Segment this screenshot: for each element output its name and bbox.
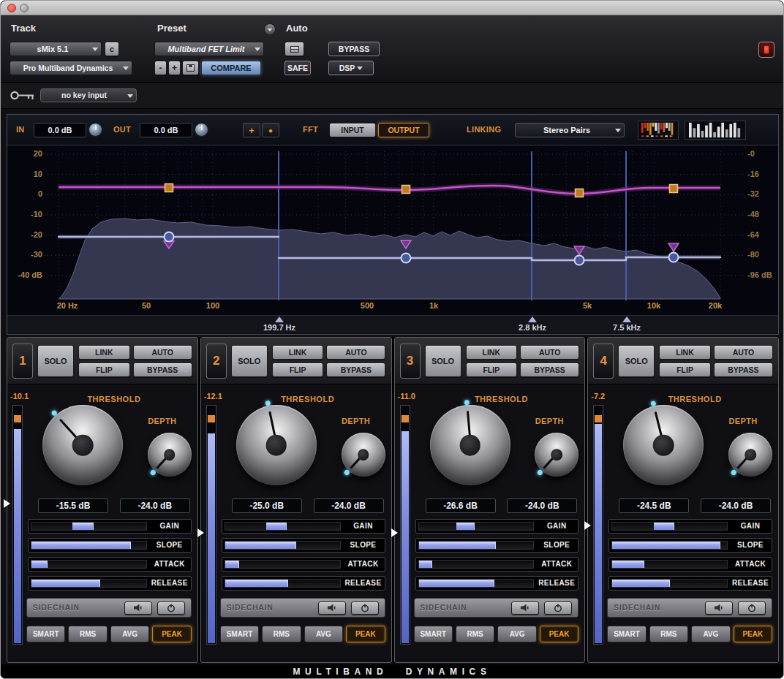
release-slider[interactable]: RELEASE <box>608 576 772 591</box>
depth-knob[interactable] <box>148 433 192 477</box>
mode-smart-button[interactable]: SMART <box>607 626 646 642</box>
flip-button[interactable]: FLIP <box>466 363 518 377</box>
link-button[interactable]: LINK <box>272 345 324 360</box>
track-selector[interactable]: sMix 5.1 <box>10 42 102 56</box>
mode-peak-button[interactable]: PEAK <box>346 626 385 642</box>
preset-selector[interactable]: Multiband FET Limit <box>154 42 264 56</box>
close-icon[interactable] <box>7 4 16 12</box>
dsp-selector[interactable]: DSP <box>328 61 374 75</box>
threshold-value[interactable]: -25.0 dB <box>232 498 302 513</box>
gain-slider[interactable]: GAIN <box>28 519 192 534</box>
band1-threshold-handle[interactable] <box>165 232 174 242</box>
sidechain-listen-button[interactable] <box>511 602 539 615</box>
crossover-handle-icon[interactable] <box>275 316 284 322</box>
mode-avg-button[interactable]: AVG <box>497 626 536 642</box>
link-button[interactable]: LINK <box>78 345 130 360</box>
link-button[interactable]: LINK <box>659 345 711 360</box>
attack-slider[interactable]: ATTACK <box>415 557 579 572</box>
solo-button[interactable]: SOLO <box>618 345 655 377</box>
threshold-knob[interactable] <box>236 405 317 485</box>
mode-smart-button[interactable]: SMART <box>220 626 259 642</box>
solo-button[interactable]: SOLO <box>231 345 268 377</box>
release-slider[interactable]: RELEASE <box>28 576 192 591</box>
band-bypass-button[interactable]: BYPASS <box>133 363 192 377</box>
band4-threshold-handle[interactable] <box>669 253 679 262</box>
band3-gain-handle[interactable] <box>576 189 584 197</box>
threshold-arrow[interactable] <box>391 528 398 537</box>
threshold-knob[interactable] <box>42 405 123 485</box>
channel-button[interactable]: c <box>105 42 119 56</box>
threshold-arrow[interactable] <box>4 499 10 508</box>
mode-rms-button[interactable]: RMS <box>649 626 688 642</box>
link-button[interactable]: LINK <box>466 345 518 360</box>
next-preset-button[interactable]: + <box>168 61 181 75</box>
crossover-handle-icon[interactable] <box>528 316 537 322</box>
depth-knob[interactable] <box>535 433 578 477</box>
automation-enable-button[interactable] <box>284 42 304 56</box>
flip-button[interactable]: FLIP <box>78 363 130 377</box>
release-slider[interactable]: RELEASE <box>222 576 385 591</box>
slope-slider[interactable]: SLOPE <box>222 538 385 553</box>
threshold-knob[interactable] <box>430 405 510 485</box>
sidechain-listen-button[interactable] <box>124 602 152 615</box>
auto-button[interactable]: AUTO <box>326 345 385 360</box>
solo-button[interactable]: SOLO <box>425 345 461 377</box>
attack-slider[interactable]: ATTACK <box>222 557 385 572</box>
sidechain-listen-button[interactable] <box>318 602 346 615</box>
depth-value[interactable]: -24.0 dB <box>314 498 384 513</box>
sidechain-listen-button[interactable] <box>705 602 733 615</box>
auto-button[interactable]: AUTO <box>520 345 579 360</box>
threshold-value[interactable]: -26.6 dB <box>426 498 496 513</box>
plus-toggle-button[interactable]: + <box>243 123 260 137</box>
fft-output-button[interactable]: OUTPUT <box>378 123 429 137</box>
band1-gain-handle[interactable] <box>165 184 173 192</box>
mode-avg-button[interactable]: AVG <box>304 626 343 642</box>
previous-preset-button[interactable]: - <box>154 61 167 75</box>
automation-safe-button[interactable]: SAFE <box>284 61 311 75</box>
mode-peak-button[interactable]: PEAK <box>734 626 772 642</box>
mode-smart-button[interactable]: SMART <box>414 626 453 642</box>
compare-button[interactable]: COMPARE <box>201 61 261 75</box>
plugin-selector[interactable]: Pro Multiband Dynamics <box>10 61 132 75</box>
band3-threshold-handle[interactable] <box>575 256 584 265</box>
slope-slider[interactable]: SLOPE <box>415 538 579 553</box>
mode-rms-button[interactable]: RMS <box>68 626 107 642</box>
sidechain-power-button[interactable] <box>544 602 572 615</box>
mode-avg-button[interactable]: AVG <box>110 626 149 642</box>
release-slider[interactable]: RELEASE <box>415 576 579 591</box>
attack-slider[interactable]: ATTACK <box>608 557 772 572</box>
auto-button[interactable]: AUTO <box>133 345 192 360</box>
solo-button[interactable]: SOLO <box>37 345 74 377</box>
threshold-value[interactable]: -24.5 dB <box>619 498 689 513</box>
gain-slider[interactable]: GAIN <box>415 519 579 534</box>
save-preset-button[interactable] <box>182 61 199 75</box>
mode-rms-button[interactable]: RMS <box>262 626 301 642</box>
band-bypass-button[interactable]: BYPASS <box>326 363 385 377</box>
threshold-knob[interactable] <box>623 405 704 485</box>
threshold-arrow[interactable] <box>197 528 204 537</box>
out-gain-value[interactable]: 0.0 dB <box>140 123 192 137</box>
in-gain-knob[interactable] <box>88 123 102 137</box>
plugin-target-button[interactable] <box>758 42 774 58</box>
flip-button[interactable]: FLIP <box>659 363 711 377</box>
depth-value[interactable]: -24.0 dB <box>701 498 771 513</box>
sidechain-power-button[interactable] <box>738 602 766 615</box>
auto-button[interactable]: AUTO <box>714 345 773 360</box>
window-titlebar[interactable] <box>1 1 783 15</box>
gain-slider[interactable]: GAIN <box>222 519 385 534</box>
gain-slider[interactable]: GAIN <box>608 519 772 534</box>
band2-threshold-handle[interactable] <box>402 254 411 263</box>
bypass-button[interactable]: BYPASS <box>328 42 380 56</box>
crossover-handle-icon[interactable] <box>622 316 631 322</box>
depth-value[interactable]: -24.0 dB <box>120 498 190 513</box>
sidechain-power-button[interactable] <box>351 602 379 615</box>
band4-gain-handle[interactable] <box>670 185 678 193</box>
flip-button[interactable]: FLIP <box>272 363 324 377</box>
band2-gain-handle[interactable] <box>402 186 410 194</box>
mode-peak-button[interactable]: PEAK <box>540 626 578 642</box>
slope-slider[interactable]: SLOPE <box>28 538 192 553</box>
band-bypass-button[interactable]: BYPASS <box>714 363 773 377</box>
key-input-selector[interactable]: no key input <box>40 88 137 102</box>
sidechain-power-button[interactable] <box>157 602 185 615</box>
out-gain-knob[interactable] <box>195 123 208 137</box>
